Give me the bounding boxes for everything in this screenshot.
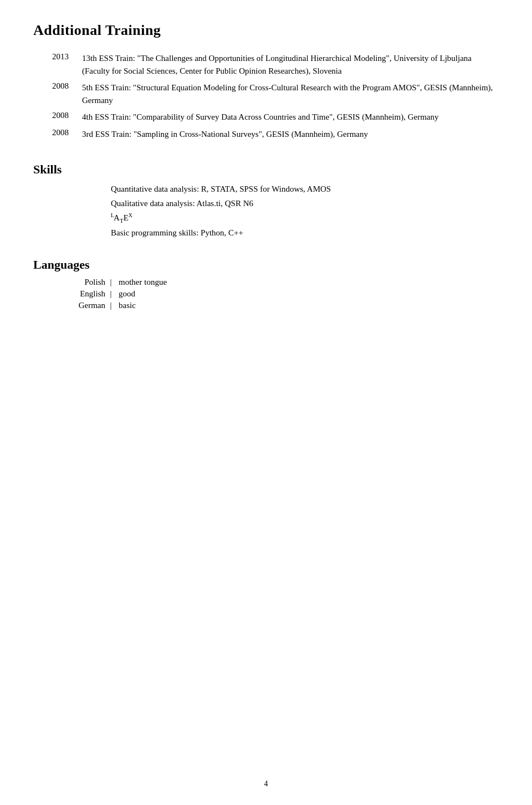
training-year-2008-3rd: 2008 (33, 128, 78, 145)
training-row: 2008 5th ESS Train: "Structural Equation… (33, 81, 499, 111)
language-level-polish: mother tongue (116, 278, 167, 289)
training-row: 2008 3rd ESS Train: "Sampling in Cross-N… (33, 128, 499, 145)
language-name-german: German (61, 301, 105, 312)
languages-table: Polish | mother tongue English | good Ge… (61, 278, 167, 312)
language-row-polish: Polish | mother tongue (61, 278, 167, 289)
lang-divider: | (105, 278, 116, 289)
languages-section: Languages Polish | mother tongue English… (33, 258, 499, 312)
language-level-english: good (116, 289, 167, 301)
skill-quantitative: Quantitative data analysis: R, STATA, SP… (111, 182, 499, 197)
training-desc-2008-3rd: 3rd ESS Train: "Sampling in Cross-Nation… (78, 128, 499, 145)
language-name-english: English (61, 289, 105, 301)
language-level-german: basic (116, 301, 167, 312)
training-desc-2008-4th: 4th ESS Train: "Comparability of Survey … (78, 111, 499, 128)
training-year-2008-5th: 2008 (33, 81, 78, 111)
skills-content: Quantitative data analysis: R, STATA, SP… (111, 182, 499, 240)
skills-heading: Skills (33, 162, 499, 177)
training-row: 2013 13th ESS Train: "The Challenges and… (33, 52, 499, 81)
page-title: Additional Training (33, 22, 499, 39)
lang-divider: | (105, 289, 116, 301)
language-row-german: German | basic (61, 301, 167, 312)
page-number: 4 (264, 780, 268, 788)
skill-qualitative: Qualitative data analysis: Atlas.ti, QSR… (111, 197, 499, 211)
languages-heading: Languages (33, 258, 499, 272)
language-row-english: English | good (61, 289, 167, 301)
skill-programming: Basic programming skills: Python, C++ (111, 226, 499, 240)
skill-latex: LATEX (111, 211, 499, 226)
training-row: 2008 4th ESS Train: "Comparability of Su… (33, 111, 499, 128)
training-table: 2013 13th ESS Train: "The Challenges and… (33, 52, 499, 145)
skills-section: Skills Quantitative data analysis: R, ST… (33, 162, 499, 240)
training-year-2013: 2013 (33, 52, 78, 81)
training-year-2008-4th: 2008 (33, 111, 78, 128)
training-desc-2013: 13th ESS Train: "The Challenges and Oppo… (78, 52, 499, 81)
language-name-polish: Polish (61, 278, 105, 289)
training-section: 2013 13th ESS Train: "The Challenges and… (33, 52, 499, 145)
training-desc-2008-5th: 5th ESS Train: "Structural Equation Mode… (78, 81, 499, 111)
lang-divider: | (105, 301, 116, 312)
